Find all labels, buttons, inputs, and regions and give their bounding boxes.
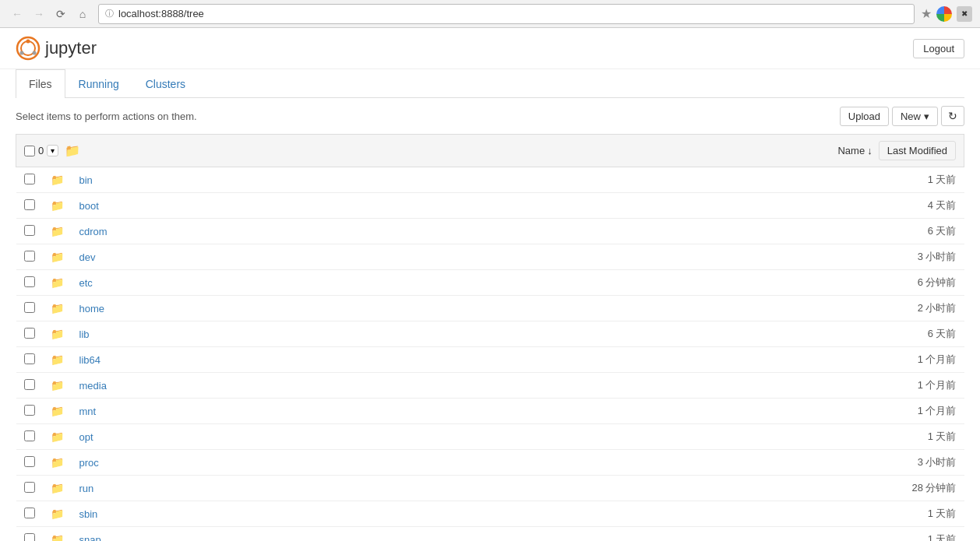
row-checkbox[interactable] [24,328,35,339]
folder-icon-cell: 📁 [43,321,72,347]
row-checkbox[interactable] [24,482,35,493]
last-modified-header[interactable]: Last Modified [879,141,956,160]
folder-icon-cell: 📁 [43,167,72,193]
row-checkbox[interactable] [24,302,35,313]
new-button[interactable]: New ▾ [892,107,938,126]
file-name-cell: media [72,373,291,399]
row-checkbox-cell [16,244,43,270]
row-checkbox[interactable] [24,508,35,518]
home-button[interactable]: ⌂ [73,5,92,23]
row-checkbox[interactable] [24,225,35,236]
forward-button[interactable]: → [30,5,48,23]
table-row: 📁 mnt 1 个月前 [16,399,964,424]
row-checkbox[interactable] [24,533,35,542]
folder-icon: 📁 [51,430,64,443]
table-row: 📁 opt 1 天前 [16,424,964,450]
row-checkbox-cell [16,527,43,542]
name-sort-label: Name [837,145,865,156]
name-sort-button[interactable]: Name ↓ [837,145,872,156]
select-all-checkbox[interactable] [24,146,35,156]
file-link[interactable]: mnt [79,406,97,417]
file-link[interactable]: sbin [79,508,98,520]
file-link[interactable]: opt [79,431,93,443]
browser-actions: ★ ✖ [921,6,972,22]
tab-files[interactable]: Files [16,69,65,98]
row-checkbox[interactable] [24,276,35,287]
row-checkbox-cell [16,321,43,347]
table-row: 📁 bin 1 天前 [16,167,964,193]
file-name-cell: etc [72,270,291,296]
file-link[interactable]: bin [79,174,93,186]
folder-icon-cell: 📁 [43,373,72,399]
file-table: 0 ▾ 📁 Name ↓ Last Modified [16,134,964,541]
folder-icon: 📁 [51,302,64,314]
folder-icon: 📁 [51,405,64,417]
svg-point-2 [26,40,30,44]
file-name-cell: sbin [72,501,291,527]
folder-icon: 📁 [51,174,64,186]
toolbar: Select items to perform actions on them.… [16,98,964,134]
modified-cell: 1 天前 [291,167,964,193]
table-header-left: 0 ▾ 📁 [16,135,291,167]
row-checkbox[interactable] [24,430,35,441]
extension-icon: ✖ [957,6,972,22]
browser-chrome: ← → ⟳ ⌂ ⓘ localhost:8888/tree ★ ✖ [0,0,980,28]
upload-button[interactable]: Upload [840,107,889,126]
folder-icon-cell: 📁 [43,501,72,527]
select-dropdown-button[interactable]: ▾ [47,145,58,156]
modified-cell: 1 个月前 [291,373,964,399]
folder-icon: 📁 [51,353,64,366]
folder-icon-cell: 📁 [43,424,72,450]
row-checkbox[interactable] [24,199,35,210]
toolbar-actions: Upload New ▾ ↻ [840,106,964,126]
file-link[interactable]: home [79,303,105,314]
table-row: 📁 home 2 小时前 [16,296,964,321]
address-bar[interactable]: ⓘ localhost:8888/tree [98,4,915,24]
file-link[interactable]: media [79,380,107,392]
bookmark-icon[interactable]: ★ [921,6,932,21]
folder-icon: 📁 [51,456,64,469]
folder-icon: 📁 [51,199,64,212]
modified-cell: 1 天前 [291,424,964,450]
modified-cell: 1 天前 [291,527,964,542]
file-link[interactable]: proc [79,457,99,469]
toolbar-instruction: Select items to perform actions on them. [16,111,197,122]
row-checkbox-cell [16,476,43,501]
new-folder-icon[interactable]: 📁 [65,143,80,158]
file-name-cell: cdrom [72,219,291,244]
folder-icon-cell: 📁 [43,296,72,321]
row-checkbox[interactable] [24,405,35,416]
folder-icon-cell: 📁 [43,244,72,270]
row-checkbox-cell [16,167,43,193]
file-name-cell: home [72,296,291,321]
row-checkbox[interactable] [24,456,35,467]
row-checkbox[interactable] [24,379,35,390]
row-checkbox[interactable] [24,353,35,364]
file-link[interactable]: lib64 [79,354,100,366]
refresh-button[interactable]: ↻ [941,106,964,126]
row-checkbox-cell [16,424,43,450]
logout-button[interactable]: Logout [913,39,964,58]
chrome-icon [936,6,952,22]
tab-running[interactable]: Running [65,69,132,98]
tab-clusters[interactable]: Clusters [132,69,199,98]
file-list: 📁 bin 1 天前 📁 boot 4 天前 📁 [16,167,964,542]
folder-icon-cell: 📁 [43,476,72,501]
row-checkbox[interactable] [24,174,35,184]
file-link[interactable]: dev [79,251,96,263]
reload-button[interactable]: ⟳ [51,5,70,23]
row-checkbox-cell [16,193,43,219]
back-button[interactable]: ← [8,5,26,23]
file-link[interactable]: run [79,483,94,494]
folder-icon: 📁 [51,482,64,494]
folder-icon: 📁 [51,328,64,340]
file-name-cell: run [72,476,291,501]
file-link[interactable]: cdrom [79,226,108,237]
row-checkbox[interactable] [24,251,35,262]
svg-point-4 [33,51,37,55]
file-link[interactable]: lib [79,328,90,340]
table-row: 📁 run 28 分钟前 [16,476,964,501]
file-link[interactable]: snap [79,534,101,542]
file-link[interactable]: boot [79,200,99,212]
file-link[interactable]: etc [79,277,93,289]
